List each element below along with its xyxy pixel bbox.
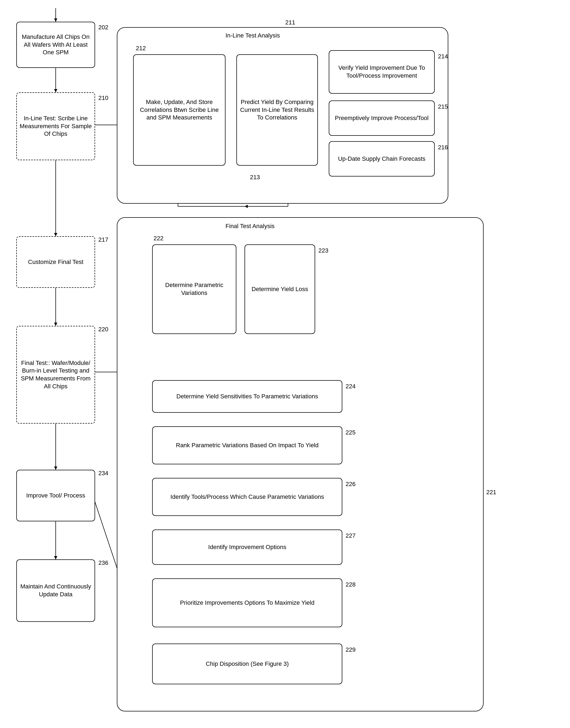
svg-marker-22: [245, 205, 248, 208]
ref-210: 210: [98, 94, 108, 102]
manufacture-box: Manufacture All Chips On All Wafers With…: [16, 22, 95, 68]
ref-202: 202: [98, 24, 108, 31]
make-update-box: Make, Update, And Store Correlations Btw…: [133, 54, 226, 166]
svg-marker-11: [54, 556, 57, 559]
ref-211: 211: [285, 19, 295, 26]
ref-217: 217: [98, 236, 108, 243]
ref-221: 221: [486, 489, 496, 496]
update-supply-box: Up-Date Supply Chain Forecasts: [329, 141, 435, 176]
preemptively-box: Preemptively Improve Process/Tool: [329, 100, 435, 136]
ref-213: 213: [250, 174, 260, 181]
rank-param-box: Rank Parametric Variations Based On Impa…: [152, 426, 342, 464]
ref-222: 222: [154, 235, 164, 242]
ref-226: 226: [346, 481, 356, 488]
predict-yield-box: Predict Yield By Comparing Current In-Li…: [236, 54, 318, 166]
ref-236: 236: [98, 559, 108, 567]
ref-225: 225: [346, 429, 356, 436]
customize-final-box: Customize Final Test: [16, 236, 95, 288]
diagram: Manufacture All Chips On All Wafers With…: [0, 0, 570, 728]
ref-229: 229: [346, 646, 356, 653]
prioritize-box: Prioritize Improvements Options To Maxim…: [152, 578, 342, 627]
improve-tool-box: Improve Tool/ Process: [16, 470, 95, 521]
yield-sensitivities-box: Determine Yield Sensitivities To Paramet…: [152, 380, 342, 413]
identify-tools-box: Identify Tools/Process Which Cause Param…: [152, 478, 342, 516]
ref-214: 214: [438, 53, 448, 60]
ref-216: 216: [438, 144, 448, 151]
ref-215: 215: [438, 103, 448, 110]
ref-224: 224: [346, 383, 356, 390]
determine-param-box: Determine Parametric Variations: [152, 244, 236, 334]
verify-yield-box: Verify Yield Improvement Due To Tool/Pro…: [329, 50, 435, 94]
svg-marker-1: [54, 18, 57, 22]
chip-disposition-box: Chip Disposition (See Figure 3): [152, 644, 342, 684]
inline-test-box: In-Line Test: Scribe Line Measurements F…: [16, 92, 95, 160]
svg-marker-9: [54, 467, 57, 470]
svg-marker-5: [54, 233, 57, 236]
ref-227: 227: [346, 532, 356, 539]
svg-marker-7: [54, 322, 57, 326]
ref-223: 223: [318, 247, 328, 254]
final-analysis-label: Final Test Analysis: [226, 223, 275, 230]
inline-analysis-label: In-Line Test Analysis: [226, 32, 280, 39]
ref-212: 212: [136, 45, 146, 52]
ref-228: 228: [346, 581, 356, 588]
ref-220: 220: [98, 326, 108, 333]
svg-marker-3: [54, 89, 57, 92]
ref-234: 234: [98, 470, 108, 477]
determine-yield-loss-box: Determine Yield Loss: [245, 244, 315, 334]
maintain-data-box: Maintain And Continuously Update Data: [16, 559, 95, 622]
final-test-box: Final Test:: Wafer/Module/ Burn-in Level…: [16, 326, 95, 424]
identify-improvement-box: Identify Improvement Options: [152, 530, 342, 565]
